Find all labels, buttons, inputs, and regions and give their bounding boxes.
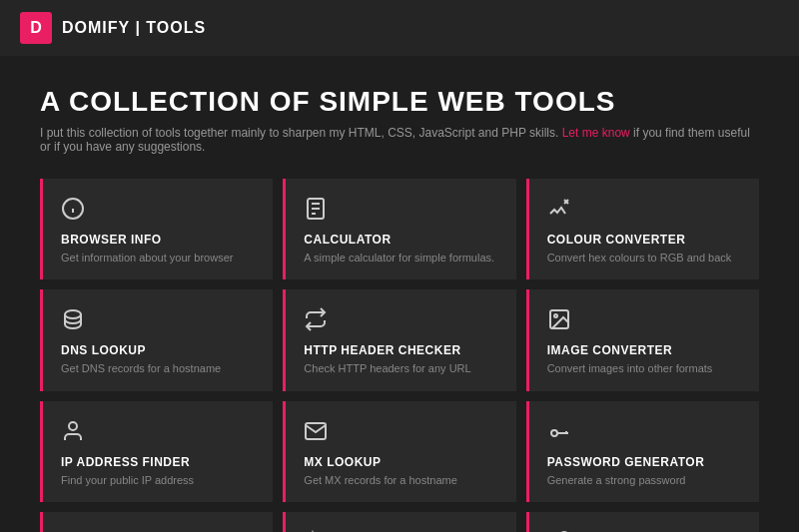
svg-point-13 (551, 430, 557, 436)
tool-name: IP ADDRESS FINDER (61, 455, 255, 469)
subtitle-link[interactable]: Let me know (562, 126, 630, 140)
site-title: DOMIFY | TOOLS (62, 19, 206, 37)
calculator-icon (304, 197, 497, 225)
svg-point-9 (65, 310, 81, 318)
tool-card-ip-address-finder[interactable]: IP ADDRESS FINDERFind your public IP add… (40, 401, 273, 502)
svg-point-12 (69, 422, 77, 430)
tool-name: HTTP HEADER CHECKER (304, 343, 497, 357)
tool-name: IMAGE CONVERTER (547, 343, 741, 357)
tool-desc: Convert images into other formats (547, 361, 741, 376)
tool-desc: Get MX records for a hostname (304, 473, 497, 488)
password-generator-icon (547, 419, 741, 447)
tool-card-image-converter[interactable]: IMAGE CONVERTERConvert images into other… (526, 289, 759, 390)
tool-card-percentage-calculator[interactable]: PERCENTAGE CALCULATORWork out percentage… (40, 512, 273, 532)
site-header: D DOMIFY | TOOLS (0, 0, 799, 56)
tool-desc: Get DNS records for a hostname (61, 361, 255, 376)
tool-name: BROWSER INFO (61, 233, 255, 247)
tool-name: PASSWORD GENERATOR (547, 455, 741, 469)
logo: D (20, 12, 52, 44)
ip-address-finder-icon (61, 419, 255, 447)
tool-name: COLOUR CONVERTER (547, 233, 741, 247)
tools-grid: BROWSER INFOGet information about your b… (40, 179, 759, 532)
tool-card-dns-lookup[interactable]: DNS LOOKUPGet DNS records for a hostname (40, 289, 273, 390)
tool-desc: A simple calculator for simple formulas. (304, 251, 497, 266)
tool-desc: Generate a strong password (547, 473, 741, 488)
tool-card-mx-lookup[interactable]: MX LOOKUPGet MX records for a hostname (283, 401, 515, 502)
tool-card-password-generator[interactable]: PASSWORD GENERATORGenerate a strong pass… (526, 401, 759, 502)
page-heading: A COLLECTION OF SIMPLE WEB TOOLS (40, 86, 759, 118)
browser-info-icon (61, 197, 255, 225)
tool-desc: Find your public IP address (61, 473, 255, 488)
tool-desc: Convert hex colours to RGB and back (547, 251, 741, 266)
tool-name: MX LOOKUP (304, 455, 497, 469)
tool-card-browser-info[interactable]: BROWSER INFOGet information about your b… (40, 179, 273, 279)
tool-name: DNS LOOKUP (61, 343, 255, 357)
tool-desc: Check HTTP headers for any URL (304, 361, 497, 376)
tool-card-http-header-checker[interactable]: HTTP HEADER CHECKERCheck HTTP headers fo… (283, 289, 515, 390)
tool-card-colour-converter[interactable]: COLOUR CONVERTERConvert hex colours to R… (526, 179, 759, 279)
tool-desc: Get information about your browser (61, 251, 255, 266)
tool-card-calculator[interactable]: CALCULATORA simple calculator for simple… (283, 179, 515, 279)
tool-name: CALCULATOR (304, 233, 497, 247)
dns-lookup-icon (61, 307, 255, 335)
main-content: A COLLECTION OF SIMPLE WEB TOOLS I put t… (0, 56, 799, 532)
svg-point-11 (554, 314, 557, 317)
colour-converter-icon (547, 197, 741, 225)
http-header-checker-icon (304, 307, 497, 335)
image-converter-icon (547, 307, 741, 335)
mx-lookup-icon (304, 419, 497, 447)
page-subtitle: I put this collection of tools together … (40, 126, 759, 154)
tool-card-utm-url-builder[interactable]: UTM URL BUILDERBuild tracked links for G… (526, 512, 759, 532)
tool-card-uptime-monitor[interactable]: UPTIME MONITORKnow when your sites go do… (283, 512, 515, 532)
